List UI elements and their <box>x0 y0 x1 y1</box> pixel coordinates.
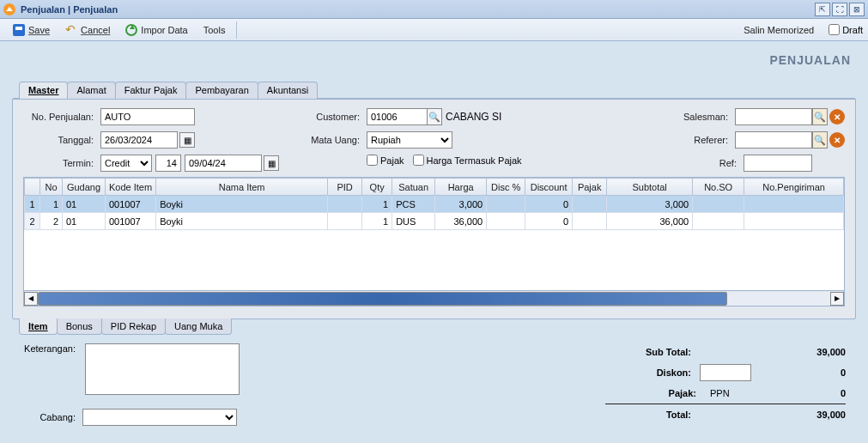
toolbar-divider <box>236 21 237 39</box>
cell-discount[interactable]: 0 <box>525 213 573 230</box>
termin-days-input[interactable] <box>155 155 181 172</box>
cell-qty[interactable]: 1 <box>362 196 392 213</box>
col-subtotal[interactable]: Subtotal <box>607 179 693 196</box>
cell-nopeng[interactable] <box>744 196 844 213</box>
cabang-select[interactable] <box>82 409 237 426</box>
cell-namaitem[interactable]: Boyki <box>156 213 328 230</box>
tab-faktur-pajak[interactable]: Faktur Pajak <box>115 82 187 99</box>
save-button[interactable]: Save <box>5 21 58 39</box>
col-nopengiriman[interactable]: No.Pengiriman <box>744 179 844 196</box>
btab-item[interactable]: Item <box>19 319 58 335</box>
referer-lookup-button[interactable]: 🔍 <box>812 131 828 149</box>
diskon-input[interactable] <box>700 364 751 381</box>
cancel-button[interactable]: Cancel <box>58 21 118 39</box>
grid-horizontal-scrollbar[interactable]: ◀ ▶ <box>24 290 844 306</box>
top-tabs: Master Alamat Faktur Pajak Pembayaran Ak… <box>12 76 856 98</box>
salin-memorized-button[interactable]: Salin Memorized <box>736 22 822 38</box>
impor-data-button[interactable]: Impor Data <box>118 21 195 39</box>
scroll-left-button[interactable]: ◀ <box>24 292 38 306</box>
col-no[interactable]: No <box>40 179 63 196</box>
tab-akuntansi[interactable]: Akuntansi <box>258 82 318 99</box>
col-kodeitem[interactable]: Kode Item <box>106 179 156 196</box>
referer-clear-button[interactable]: ✕ <box>829 132 845 148</box>
cell-gudang[interactable]: 01 <box>63 213 106 230</box>
btab-bonus[interactable]: Bonus <box>57 319 102 335</box>
cell-satuan[interactable]: DUS <box>392 213 435 230</box>
scroll-right-button[interactable]: ▶ <box>830 292 844 306</box>
items-grid: No Gudang Kode Item Nama Item PID Qty Sa… <box>23 177 845 306</box>
keterangan-textarea[interactable] <box>85 343 240 395</box>
cell-kodeitem[interactable]: 001007 <box>106 196 156 213</box>
cell-gudang[interactable]: 01 <box>63 196 106 213</box>
scroll-thumb[interactable] <box>38 292 727 306</box>
close-window-button[interactable]: ⊠ <box>849 3 865 16</box>
tab-alamat[interactable]: Alamat <box>67 82 115 99</box>
btab-uang-muka[interactable]: Uang Muka <box>165 319 232 335</box>
cell-pid[interactable] <box>328 213 362 230</box>
scroll-track-tail[interactable] <box>727 292 830 306</box>
cell-subtotal[interactable]: 3,000 <box>607 196 693 213</box>
col-satuan[interactable]: Satuan <box>392 179 435 196</box>
col-pajak[interactable]: Pajak <box>573 179 607 196</box>
matauang-select[interactable]: Rupiah <box>367 131 452 149</box>
totals-panel: Sub Total: 39,000 Diskon: 0 Pajak: PPN 0… <box>605 343 846 426</box>
col-noso[interactable]: No.SO <box>693 179 744 196</box>
cell-satuan[interactable]: PCS <box>392 196 435 213</box>
salesman-clear-button[interactable]: ✕ <box>829 109 845 124</box>
cell-discp[interactable] <box>487 196 525 213</box>
salesman-lookup-button[interactable]: 🔍 <box>812 108 828 125</box>
cell-noso[interactable] <box>693 213 744 230</box>
tools-button[interactable]: Tools <box>196 22 234 38</box>
col-gudang[interactable]: Gudang <box>63 179 106 196</box>
tanggal-calendar-button[interactable]: ▦ <box>179 132 195 148</box>
table-row[interactable]: 2201001007Boyki1DUS36,000036,000 <box>25 213 844 230</box>
col-namaitem[interactable]: Nama Item <box>156 179 328 196</box>
cell-noso[interactable] <box>693 196 744 213</box>
table-row[interactable]: 1101001007Boyki1PCS3,00003,000 <box>25 196 844 213</box>
pajak-checkbox[interactable]: Pajak <box>367 155 404 166</box>
cell-no[interactable]: 2 <box>40 213 63 230</box>
cell-pajak[interactable] <box>573 196 607 213</box>
customer-code-input[interactable] <box>367 108 427 125</box>
col-pid[interactable]: PID <box>328 179 362 196</box>
btab-pid-rekap[interactable]: PID Rekap <box>101 319 166 335</box>
cell-namaitem[interactable]: Boyki <box>156 196 328 213</box>
salesman-input[interactable] <box>735 108 812 125</box>
cell-subtotal[interactable]: 36,000 <box>607 213 693 230</box>
no-penjualan-input[interactable] <box>100 108 195 125</box>
bottom-tabs: Item Bonus PID Rekap Uang Muka <box>12 319 856 335</box>
cell-pid[interactable] <box>328 196 362 213</box>
tab-pembayaran[interactable]: Pembayaran <box>185 82 258 99</box>
cell-kodeitem[interactable]: 001007 <box>106 213 156 230</box>
tab-master[interactable]: Master <box>19 82 68 99</box>
termin-due-input[interactable] <box>185 155 262 172</box>
col-discount[interactable]: Discount <box>525 179 573 196</box>
cell-harga[interactable]: 36,000 <box>435 213 487 230</box>
cell-discp[interactable] <box>487 213 525 230</box>
minimize-window-button[interactable]: ⇱ <box>815 3 830 16</box>
termin-type-select[interactable]: Credit <box>100 155 152 172</box>
cell-nopeng[interactable] <box>744 213 844 230</box>
referer-input[interactable] <box>735 131 812 149</box>
label-salesman: Salesman: <box>675 112 735 122</box>
customer-lookup-button[interactable]: 🔍 <box>427 108 442 125</box>
grid-empty-area[interactable] <box>24 230 844 290</box>
col-qty[interactable]: Qty <box>362 179 392 196</box>
tanggal-input[interactable] <box>100 131 178 149</box>
ref-input[interactable] <box>744 155 812 172</box>
app-icon <box>3 3 15 15</box>
cell-discount[interactable]: 0 <box>525 196 573 213</box>
col-discp[interactable]: Disc % <box>487 179 525 196</box>
draft-checkbox[interactable]: Draft <box>829 24 863 35</box>
cell-pajak[interactable] <box>573 213 607 230</box>
maximize-window-button[interactable]: ⛶ <box>832 3 847 16</box>
termin-calendar-button[interactable]: ▦ <box>264 155 279 171</box>
cell-no[interactable]: 1 <box>40 196 63 213</box>
harga-termasuk-pajak-checkbox[interactable]: Harga Termasuk Pajak <box>413 155 522 166</box>
label-termin: Termin: <box>23 158 100 168</box>
col-harga[interactable]: Harga <box>435 179 487 196</box>
label-subtotal: Sub Total: <box>614 347 700 357</box>
cell-qty[interactable]: 1 <box>362 213 392 230</box>
draft-checkbox-input[interactable] <box>829 24 840 35</box>
cell-harga[interactable]: 3,000 <box>435 196 487 213</box>
